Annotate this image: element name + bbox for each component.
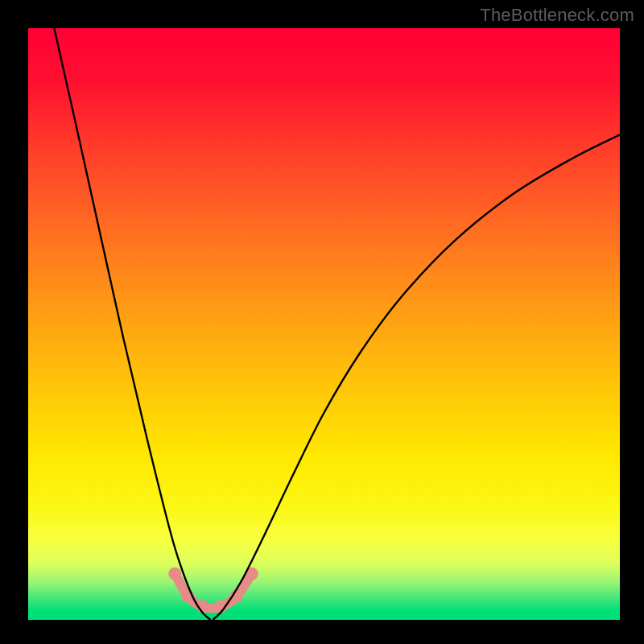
watermark-text: TheBottleneck.com [480,5,634,26]
chart-stage: TheBottleneck.com [0,0,644,644]
marker-dot [168,568,181,580]
chart-curves [28,28,620,620]
left-branch-curve [54,28,210,620]
right-branch-curve [213,134,620,620]
plot-area [28,28,620,620]
